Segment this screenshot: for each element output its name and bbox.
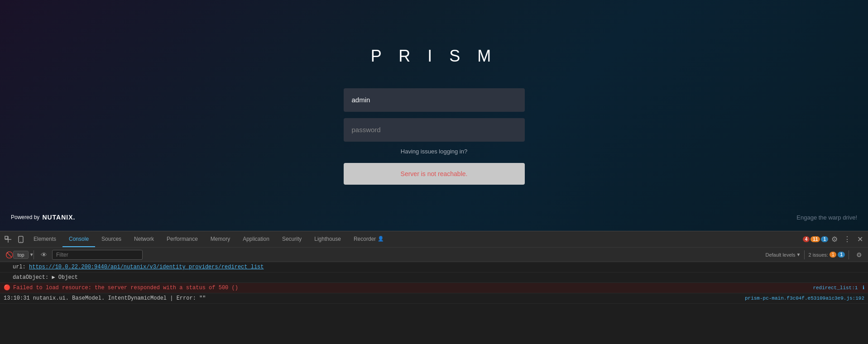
error-icon: 🔴 <box>4 284 10 292</box>
console-log-line-4: 13:10:31 nutanix.ui. BaseModel. IntentDy… <box>0 293 868 304</box>
app-title: P R I S M <box>371 47 497 66</box>
info-badge: 1 <box>821 236 828 242</box>
nutanix-logo: NUTANIX. <box>42 214 75 221</box>
svg-point-4 <box>20 241 21 242</box>
warning-badge: 11 <box>810 236 820 242</box>
login-form: Having issues logging in? Server is not … <box>344 88 525 185</box>
separator <box>34 250 34 259</box>
url-link[interactable]: https://10.0.22.200:9440/api/nutanix/v3/… <box>29 264 264 270</box>
powered-by: Powered by NUTANIX. <box>11 214 75 221</box>
tab-application[interactable]: Application <box>236 231 276 247</box>
devtools-inspect-icon[interactable] <box>2 233 14 246</box>
console-content: url: https://10.0.22.200:9440/api/nutani… <box>0 262 868 344</box>
console-error-line: 🔴 Failed to load resource: the server re… <box>0 283 868 293</box>
error-source-link[interactable]: redirect_list:1 ℹ <box>813 284 864 292</box>
log-source-link[interactable]: prism-pc-main.f3c04f.e53109a1c3e9.js:192 <box>745 294 864 302</box>
issues-link[interactable]: Having issues logging in? <box>401 148 467 155</box>
close-devtools-icon[interactable]: ✕ <box>854 233 866 246</box>
warp-text: Engage the warp drive! <box>796 214 857 221</box>
devtools-tabs-bar: Elements Console Sources Network Perform… <box>0 231 868 248</box>
issues-badge-2: 1 <box>838 252 845 258</box>
top-label: top <box>13 251 28 259</box>
devtools-mobile-icon[interactable] <box>14 233 27 246</box>
tab-recorder[interactable]: Recorder 👤 <box>347 231 390 247</box>
console-log-line-2: dataObject: ▶ Object <box>0 272 868 283</box>
top-context-selector[interactable]: top ▼ <box>17 248 30 261</box>
separator3 <box>849 250 849 259</box>
settings-icon[interactable]: ⚙ <box>828 233 841 246</box>
tab-console[interactable]: Console <box>62 231 95 247</box>
username-input[interactable] <box>344 88 525 112</box>
console-filter-input[interactable] <box>52 250 143 260</box>
svg-rect-0 <box>5 236 8 239</box>
default-levels-dropdown[interactable]: Default levels ▼ <box>766 252 801 258</box>
error-badge: 4 <box>803 236 810 242</box>
devtools-panel: Elements Console Sources Network Perform… <box>0 231 868 344</box>
console-settings-icon[interactable]: ⚙ <box>853 248 865 261</box>
tab-sources[interactable]: Sources <box>95 231 128 247</box>
console-log-line-1: url: https://10.0.22.200:9440/api/nutani… <box>0 262 868 272</box>
error-message: Server is not reachable. <box>401 170 468 177</box>
tab-lighthouse[interactable]: Lighthouse <box>308 231 347 247</box>
console-toolbar: 🚫 top ▼ 👁 Default levels ▼ 2 issues: 1 1… <box>0 248 868 262</box>
tab-performance[interactable]: Performance <box>160 231 204 247</box>
password-input[interactable] <box>344 118 525 142</box>
tab-memory[interactable]: Memory <box>204 231 236 247</box>
tab-network[interactable]: Network <box>128 231 160 247</box>
issues-button[interactable]: 2 issues: 1 1 <box>808 252 845 258</box>
separator2 <box>804 250 805 259</box>
main-app: P R I S M Having issues logging in? Serv… <box>0 0 868 231</box>
eye-icon[interactable]: 👁 <box>38 248 50 261</box>
tab-elements[interactable]: Elements <box>27 231 62 247</box>
badge-group: 4 11 1 <box>803 236 828 242</box>
tab-security[interactable]: Security <box>276 231 308 247</box>
issues-badge-1: 1 <box>830 252 837 258</box>
more-options-icon[interactable]: ⋮ <box>841 233 854 246</box>
login-button[interactable]: Server is not reachable. <box>344 163 525 185</box>
